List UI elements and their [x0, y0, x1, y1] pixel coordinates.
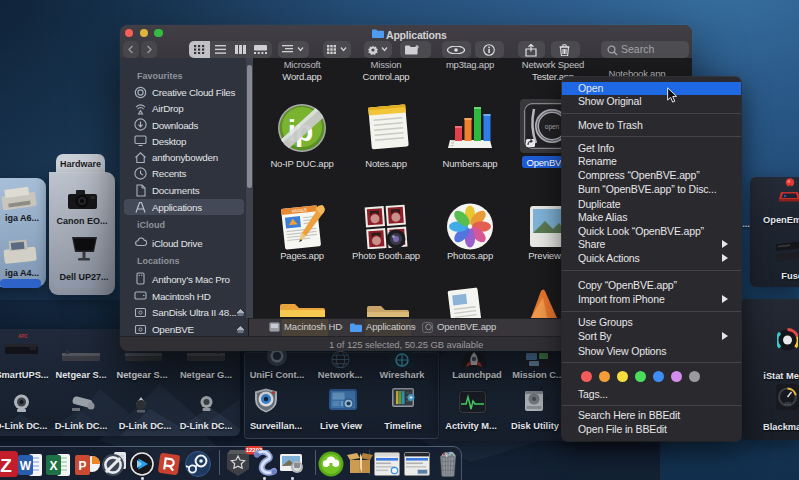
svg-text:W: W [20, 459, 32, 473]
svg-text:APC: APC [18, 334, 28, 339]
svg-text:X: X [49, 459, 57, 473]
svg-text:Z: Z [0, 455, 12, 476]
svg-text:P: P [78, 459, 86, 473]
svg-text:open: open [545, 123, 560, 131]
svg-text:432: 432 [784, 401, 791, 406]
